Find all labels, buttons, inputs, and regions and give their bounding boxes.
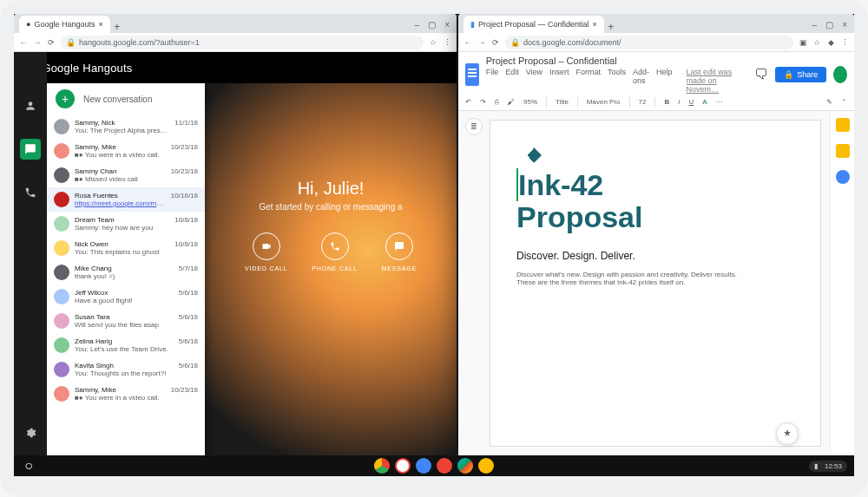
menu-help[interactable]: Help [656, 68, 673, 94]
avatar [54, 386, 69, 402]
docs-toolbar: ↶ ↷ ⎙ 🖌 95% Title Maven Pro 72 B I U A ⋯… [458, 94, 854, 111]
new-tab-button[interactable]: + [110, 21, 124, 33]
paint-format-icon[interactable]: 🖌 [508, 98, 515, 106]
font-size-input[interactable]: 72 [639, 98, 647, 106]
underline-button[interactable]: U [688, 98, 694, 106]
docs-logo-icon[interactable] [465, 63, 479, 86]
conversation-item[interactable]: Rosa Fuenteshttps://meet.google.com/msd-… [47, 187, 205, 212]
window-minimize-icon[interactable]: – [812, 20, 818, 29]
menu-format[interactable]: Format [576, 68, 602, 94]
forward-icon[interactable]: → [477, 38, 486, 47]
browser-tab-docs[interactable]: ▮ Project Proposal — Confidential × [464, 16, 604, 33]
omnibox[interactable]: 🔒 hangouts.google.com/?authuser=1 [61, 36, 424, 49]
conversation-date: 11/1/18 [174, 119, 198, 134]
document-page[interactable]: Ink-42 Proposal Discover. Design. Delive… [490, 120, 821, 447]
doc-title[interactable]: Project Proposal – Confidential [486, 56, 741, 66]
play-store-app-icon[interactable] [457, 458, 473, 474]
youtube-app-icon[interactable] [437, 458, 452, 474]
conversation-item[interactable]: Nick OwenYou: This explains no ghost10/8… [47, 236, 205, 260]
new-conversation-button[interactable]: + New conversation [47, 83, 205, 114]
conversation-item[interactable]: Zelina HarigYou: Let's use the Team Driv… [47, 333, 205, 357]
window-close-icon[interactable]: × [842, 20, 847, 29]
omnibox[interactable]: 🔒 docs.google.com/document/ [505, 36, 793, 49]
comments-icon[interactable]: 🗨 [754, 67, 768, 82]
files-app-icon[interactable] [478, 458, 494, 474]
menu-view[interactable]: View [526, 68, 542, 94]
conversation-item[interactable]: Susan TaraWill send you the files asap5/… [47, 309, 205, 333]
font-select[interactable]: Maven Pro [587, 98, 621, 106]
tasks-addon-icon[interactable] [836, 170, 850, 184]
address-bar: ← → ⟳ 🔒 docs.google.com/document/ ▣ ☆ ◆ … [458, 33, 854, 52]
menu-edit[interactable]: Edit [505, 68, 519, 94]
extension-icon[interactable]: ◆ [826, 38, 835, 47]
print-icon[interactable]: ⎙ [495, 98, 499, 106]
chrome-app-icon[interactable] [374, 458, 390, 474]
meet-link[interactable]: https://meet.google.com/msd-jpx-ifx [75, 199, 166, 207]
cast-icon[interactable]: ▣ [799, 38, 807, 47]
conversation-item[interactable]: Sammy Chan■● Missed video call10/23/18 [47, 163, 205, 187]
back-icon[interactable]: ← [464, 38, 472, 47]
close-tab-icon[interactable]: × [99, 20, 103, 29]
text-color-button[interactable]: A [702, 98, 707, 106]
contacts-icon[interactable] [20, 95, 41, 116]
avatar [54, 216, 69, 232]
more-tools-icon[interactable]: ⋯ [716, 98, 723, 106]
message-button[interactable]: MESSAGE [382, 232, 417, 271]
hangouts-hero: Hi, Julie! Get started by calling or mes… [205, 83, 457, 455]
window-maximize-icon[interactable]: ▢ [825, 20, 833, 29]
conversation-item[interactable]: Jeff WilcoxHave a good flight!5/6/18 [47, 284, 205, 309]
launcher-icon[interactable]: ○ [21, 458, 36, 474]
menu-insert[interactable]: Insert [549, 68, 569, 94]
explore-button[interactable] [776, 422, 799, 445]
menu-add-ons[interactable]: Add-ons [633, 68, 649, 94]
window-minimize-icon[interactable]: – [415, 20, 420, 29]
close-tab-icon[interactable]: × [593, 20, 597, 29]
last-edit-label[interactable]: Last edit was made on Novem… [687, 68, 741, 94]
undo-icon[interactable]: ↶ [465, 98, 471, 106]
style-select[interactable]: Title [556, 98, 569, 106]
conversation-item[interactable]: Dream TeamSammy: hey how are you10/8/18 [47, 212, 205, 236]
chat-icon[interactable] [20, 139, 41, 160]
bookmark-icon[interactable]: ☆ [429, 38, 437, 47]
redo-icon[interactable]: ↷ [480, 98, 486, 106]
calendar-addon-icon[interactable] [836, 118, 850, 132]
app-title: Google Hangouts [42, 62, 132, 75]
back-icon[interactable]: ← [19, 38, 28, 47]
share-button[interactable]: 🔒 Share [775, 67, 826, 82]
conversation-date: 5/6/18 [179, 362, 198, 377]
chrome-menu-icon[interactable]: ⋮ [443, 38, 451, 47]
editing-mode-icon[interactable]: ✎ [826, 98, 832, 106]
zoom-select[interactable]: 95% [523, 98, 537, 106]
menu-tools[interactable]: Tools [608, 68, 626, 94]
phone-icon[interactable] [20, 182, 41, 203]
forward-icon[interactable]: → [33, 38, 42, 47]
conversation-item[interactable]: Sammy, Mike■● You were in a video call.1… [47, 382, 205, 406]
account-avatar[interactable] [833, 66, 847, 83]
status-tray[interactable]: ▮ 12:53 [809, 461, 847, 472]
browser-tab-hangouts[interactable]: ● Google Hangouts × [19, 16, 110, 33]
new-tab-button[interactable]: + [604, 21, 618, 33]
settings-icon[interactable] [20, 422, 41, 443]
conversation-item[interactable]: Mike Changthank you! =)5/7/18 [47, 260, 205, 284]
bold-button[interactable]: B [664, 98, 669, 106]
chevron-up-icon[interactable]: ⌃ [841, 98, 847, 106]
docs-app-icon[interactable] [416, 458, 431, 474]
chrome-menu-icon[interactable]: ⋮ [840, 38, 849, 47]
conversation-date: 10/23/18 [171, 386, 198, 402]
window-close-icon[interactable]: × [444, 20, 450, 29]
gmail-app-icon[interactable] [395, 458, 411, 474]
reload-icon[interactable]: ⟳ [47, 38, 56, 47]
outline-toggle-icon[interactable]: ≣ [465, 118, 483, 135]
keep-addon-icon[interactable] [836, 144, 850, 158]
menu-file[interactable]: File [486, 68, 499, 94]
italic-button[interactable]: I [678, 98, 680, 106]
window-maximize-icon[interactable]: ▢ [428, 20, 436, 29]
bookmark-icon[interactable]: ☆ [812, 38, 821, 47]
video-call-button[interactable]: VIDEO CALL [245, 232, 287, 271]
phone-call-button[interactable]: PHONE CALL [312, 232, 357, 271]
conversation-item[interactable]: Sammy, Mike■● You were in a video call.1… [47, 139, 205, 163]
conversation-item[interactable]: Sammy, NickYou: The Project Alpha presen… [47, 114, 205, 139]
reload-icon[interactable]: ⟳ [491, 38, 500, 47]
conversation-item[interactable]: Kavita SinghYou: Thoughts on the report?… [47, 357, 205, 382]
conversation-date: 10/8/18 [174, 216, 198, 232]
